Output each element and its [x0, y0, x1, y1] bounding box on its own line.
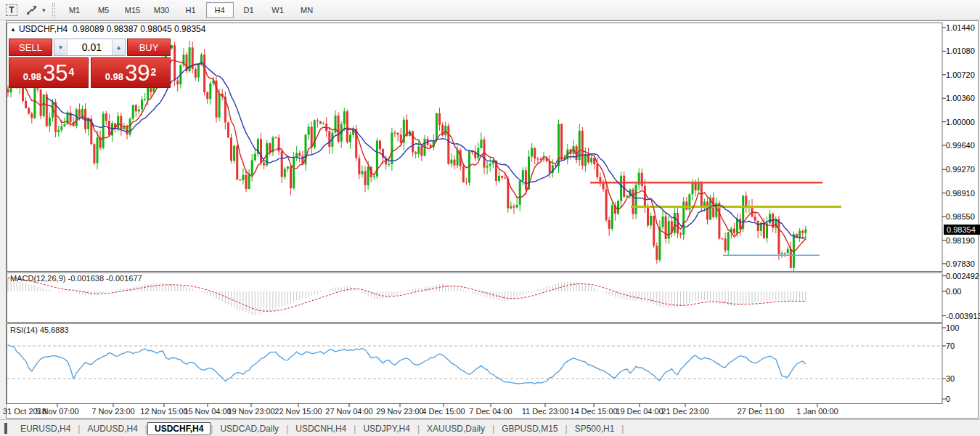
timeframe-button-m5[interactable]: M5: [90, 2, 118, 18]
sell-price-sup: 4: [69, 60, 75, 84]
buy-price-sup: 2: [151, 60, 157, 84]
timeframe-button-h1[interactable]: H1: [177, 2, 205, 18]
diagonal-arrows-glyph: [26, 5, 38, 15]
one-click-trade-panel: SELL ▼ 0.01 ▲ BUY 0.98354 0.98392: [9, 39, 171, 88]
timeframe-button-m30[interactable]: M30: [148, 2, 176, 18]
text-tool-icon[interactable]: T: [3, 3, 20, 17]
chart-tab-sp500[interactable]: SP500,H1: [568, 422, 622, 435]
buy-price-prefix: 0.98: [105, 70, 123, 84]
chart-tab-audusd[interactable]: AUDUSD,H4: [80, 422, 144, 435]
timeframe-button-m15[interactable]: M15: [119, 2, 147, 18]
chart-window[interactable]: ▲USDCHF,H4 0.98089 0.98387 0.98045 0.983…: [6, 20, 979, 419]
timeframe-buttons: M1M5M15M30H1H4D1W1MN: [60, 2, 322, 18]
sell-price-display[interactable]: 0.98354: [9, 57, 89, 88]
volume-increase-button[interactable]: ▲: [112, 39, 125, 55]
chart-tab-eurusd[interactable]: EURUSD,H4: [13, 422, 78, 435]
spin-up-icon: ▲: [116, 44, 122, 51]
chart-tab-gbpusd[interactable]: GBPUSD,M15: [494, 422, 565, 435]
chart-tab-usdcnh[interactable]: USDCNH,H4: [288, 422, 354, 435]
sell-button[interactable]: SELL: [9, 39, 52, 56]
timeframe-button-w1[interactable]: W1: [264, 2, 292, 18]
chart-tab-usdjpy[interactable]: USDJPY,H4: [356, 422, 417, 435]
tab-separator: |: [621, 424, 624, 434]
cursor-mode-icon[interactable]: [23, 3, 41, 17]
timeframe-button-m1[interactable]: M1: [61, 2, 89, 18]
top-toolbar: T ▾ M1M5M15M30H1H4D1W1MN: [0, 0, 980, 20]
spin-down-icon: ▼: [58, 44, 64, 51]
chart-tab-usdchf[interactable]: USDCHF,H4: [147, 422, 211, 435]
buy-price-display[interactable]: 0.98392: [91, 57, 171, 88]
chart-tab-xauusd[interactable]: XAUUSD,Daily: [420, 422, 492, 435]
timeframe-button-h4[interactable]: H4: [206, 2, 234, 18]
chart-tab-usdcad[interactable]: USDCAD,Daily: [213, 422, 286, 435]
chart-tabs-bar: EURUSD,H4|AUDUSD,H4|USDCHF,H4|USDCAD,Dai…: [0, 419, 980, 436]
volume-input[interactable]: 0.01: [68, 39, 112, 55]
sell-price-big: 35: [43, 62, 68, 84]
volume-stepper: ▼ 0.01 ▲: [54, 39, 126, 56]
timeframe-button-d1[interactable]: D1: [235, 2, 263, 18]
toolbar-grip: [52, 3, 55, 17]
dropdown-caret-icon[interactable]: ▾: [42, 7, 46, 14]
timeframe-button-mn[interactable]: MN: [293, 2, 321, 18]
sell-price-prefix: 0.98: [23, 70, 41, 84]
buy-price-big: 39: [125, 62, 150, 84]
volume-decrease-button[interactable]: ▼: [54, 39, 68, 55]
buy-button[interactable]: BUY: [127, 39, 171, 56]
tabbar-grip: [4, 423, 7, 434]
